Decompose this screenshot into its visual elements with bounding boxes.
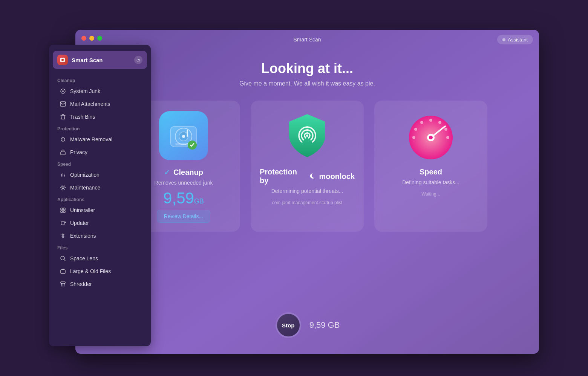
- review-details-button[interactable]: Review Details...: [157, 210, 210, 223]
- speed-title-row: Speed: [420, 168, 442, 176]
- stop-area: Stop 9,59 GB: [275, 312, 340, 339]
- cleanup-card-title: Cleanup: [173, 168, 203, 177]
- maximize-button[interactable]: [97, 36, 102, 41]
- svg-point-1: [61, 59, 64, 61]
- sidebar-item-smart-scan[interactable]: Smart Scan ◔: [53, 51, 147, 69]
- uninstaller-icon: [60, 207, 66, 214]
- moonlock-logo: [309, 172, 317, 180]
- stop-size-label: 9,59 GB: [309, 320, 340, 330]
- optimization-label: Optimization: [70, 172, 100, 178]
- privacy-label: Privacy: [70, 149, 87, 155]
- svg-rect-11: [61, 208, 63, 210]
- svg-rect-16: [61, 270, 65, 274]
- smart-scan-badge: ◔: [134, 56, 142, 64]
- sidebar-item-shredder[interactable]: Shredder: [51, 278, 149, 290]
- system-junk-icon: [60, 88, 66, 95]
- svg-point-30: [429, 119, 432, 122]
- updater-icon: [60, 220, 66, 226]
- extensions-label: Extensions: [70, 233, 96, 239]
- cleanup-size-value: 9,59GB: [163, 189, 204, 207]
- assistant-dot: [502, 38, 505, 41]
- sidebar-item-maintenance[interactable]: Maintenance: [51, 181, 149, 194]
- trash-bins-icon: [60, 113, 66, 120]
- protection-card: Protection by moonlock Determining poten…: [251, 101, 364, 232]
- svg-point-31: [438, 121, 441, 124]
- svg-point-29: [420, 121, 423, 124]
- cleanup-size-block: 9,59GB: [163, 190, 204, 206]
- protection-by-label: Protection by: [260, 168, 306, 185]
- sidebar-item-updater[interactable]: Updater: [51, 217, 149, 229]
- space-lens-label: Space Lens: [70, 255, 98, 261]
- svg-rect-12: [63, 208, 65, 210]
- svg-rect-6: [61, 152, 65, 155]
- cleanup-card-desc: Removes unneeded junk: [155, 180, 213, 186]
- extensions-icon: [60, 232, 66, 239]
- assistant-button[interactable]: Assistant: [497, 35, 533, 44]
- privacy-icon: [60, 149, 66, 156]
- protection-scanning-text: com.jamf.management.startup.plist: [272, 200, 343, 205]
- large-old-files-label: Large & Old Files: [70, 268, 111, 274]
- svg-point-3: [62, 90, 64, 92]
- section-label-applications: Applications: [49, 194, 151, 204]
- sidebar-item-mail-attachments[interactable]: Mail Attachments: [51, 98, 149, 110]
- speed-card-title: Speed: [420, 168, 442, 176]
- sidebar: Smart Scan ◔ Cleanup System Junk Mail At…: [49, 45, 151, 346]
- protection-brand-row: Protection by moonlock: [260, 168, 355, 185]
- svg-rect-13: [61, 211, 63, 212]
- speed-card: Speed Defining suitable tasks... Waiting…: [374, 101, 487, 232]
- minimize-button[interactable]: [89, 36, 94, 41]
- section-label-cleanup: Cleanup: [49, 75, 151, 85]
- sidebar-item-optimization[interactable]: Optimization: [51, 168, 149, 181]
- speed-scanning-text: Waiting...: [421, 191, 440, 197]
- space-lens-icon: [60, 255, 66, 262]
- protection-card-icon: [283, 111, 332, 160]
- sidebar-sections: Cleanup System Junk Mail Attachments Tra…: [49, 75, 151, 290]
- optimization-icon: [60, 171, 66, 178]
- maintenance-icon: [60, 184, 66, 191]
- sidebar-item-uninstaller[interactable]: Uninstaller: [51, 204, 149, 217]
- svg-point-36: [429, 136, 433, 139]
- sidebar-item-large-old-files[interactable]: Large & Old Files: [51, 265, 149, 278]
- section-label-files: Files: [49, 242, 151, 252]
- moonlock-text: moonlock: [319, 172, 355, 181]
- svg-point-25: [306, 135, 308, 137]
- mail-attachments-label: Mail Attachments: [70, 101, 110, 107]
- page-headline: Looking at it...: [261, 61, 353, 76]
- malware-removal-icon: [60, 136, 66, 143]
- sidebar-item-trash-bins[interactable]: Trash Bins: [51, 110, 149, 123]
- shredder-label: Shredder: [70, 281, 92, 287]
- page-subheadline: Give me a moment. We all wish it was eas…: [239, 80, 375, 87]
- section-label-protection: Protection: [49, 123, 151, 133]
- close-button[interactable]: [81, 36, 86, 41]
- cards-row: ✓ Cleanup Removes unneeded junk 9,59GB R…: [90, 101, 524, 232]
- section-label-speed: Speed: [49, 159, 151, 168]
- mail-attachments-icon: [60, 101, 66, 107]
- malware-removal-label: Malware Removal: [70, 136, 112, 142]
- svg-point-28: [414, 128, 417, 131]
- speed-card-desc: Defining suitable tasks...: [402, 179, 459, 185]
- trash-bins-label: Trash Bins: [70, 114, 95, 120]
- system-junk-label: System Junk: [70, 88, 100, 94]
- sidebar-item-privacy[interactable]: Privacy: [51, 146, 149, 159]
- cleanup-card-icon: [159, 111, 208, 160]
- sidebar-item-system-junk[interactable]: System Junk: [51, 85, 149, 98]
- sidebar-item-malware-removal[interactable]: Malware Removal: [51, 133, 149, 146]
- svg-point-22: [182, 135, 185, 138]
- sidebar-item-space-lens[interactable]: Space Lens: [51, 252, 149, 265]
- cleanup-title-row: ✓ Cleanup: [164, 168, 203, 177]
- protection-card-desc: Determining potential threats...: [271, 188, 343, 194]
- updater-label: Updater: [70, 220, 89, 226]
- assistant-label: Assistant: [508, 37, 528, 43]
- svg-rect-14: [63, 211, 65, 212]
- cleanup-size-unit: GB: [194, 197, 204, 205]
- smart-scan-label: Smart Scan: [72, 57, 130, 63]
- speed-card-icon: [404, 111, 457, 160]
- stop-button-wrapper: Stop: [275, 312, 302, 339]
- sidebar-item-extensions[interactable]: Extensions: [51, 229, 149, 242]
- cleanup-check-icon: ✓: [164, 168, 170, 177]
- uninstaller-label: Uninstaller: [70, 207, 95, 213]
- stop-button[interactable]: Stop: [277, 314, 300, 336]
- large-old-files-icon: [60, 268, 66, 275]
- shredder-icon: [60, 281, 66, 287]
- svg-point-32: [444, 128, 447, 131]
